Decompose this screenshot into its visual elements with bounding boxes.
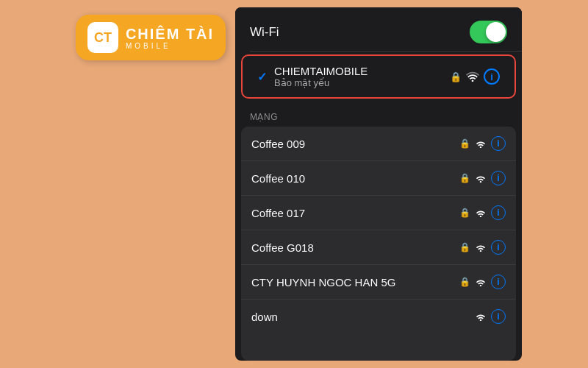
connected-network-name: CHIEMTAIMOBILE	[274, 65, 368, 77]
divider-1	[250, 51, 522, 52]
network-name: CTY HUYNH NGOC HAN 5G	[251, 276, 395, 289]
network-name: Coffee G018	[251, 241, 314, 254]
network-row-icons: 🔒 i	[459, 171, 506, 185]
wifi-icon	[475, 139, 487, 148]
network-name: Coffee 009	[251, 138, 305, 150]
toggle-knob	[486, 22, 506, 42]
lock-icon: 🔒	[459, 277, 470, 287]
info-icon[interactable]: i	[491, 275, 506, 289]
phone-screen: Wi-Fi ✓ CHIEMTAIMOBILE Bảo mật yếu 🔒	[235, 7, 522, 361]
wifi-icon	[475, 243, 487, 252]
connected-network-icons: 🔒 i	[450, 68, 500, 85]
network-name: Coffee 010	[251, 172, 305, 185]
logo-section: CT CHIÊM TÀI MOBILE	[66, 0, 235, 368]
logo-box: CT CHIÊM TÀI MOBILE	[76, 15, 226, 60]
list-item[interactable]: Coffee G018 🔒 i	[241, 230, 516, 265]
wifi-toggle[interactable]	[470, 21, 507, 43]
wifi-icon	[475, 312, 487, 321]
brand-subtitle: MOBILE	[126, 42, 214, 50]
network-name: down	[251, 311, 278, 323]
network-row-icons: i	[475, 309, 506, 324]
app-container: CT CHIÊM TÀI MOBILE Wi-Fi ✓ CHIEMTAIMOBI…	[0, 0, 588, 368]
info-icon[interactable]: i	[491, 171, 506, 185]
network-row-icons: 🔒 i	[459, 240, 506, 255]
network-row-icons: 🔒 i	[459, 275, 506, 289]
list-item[interactable]: Coffee 009 🔒 i	[241, 127, 516, 161]
lock-icon: 🔒	[459, 208, 470, 218]
logo-text: CHIÊM TÀI MOBILE	[126, 26, 214, 50]
checkmark-icon: ✓	[257, 70, 267, 84]
list-item[interactable]: Coffee 010 🔒 i	[241, 161, 516, 196]
wifi-icon	[475, 277, 487, 286]
lock-icon: 🔒	[459, 242, 470, 252]
network-name: Coffee 017	[251, 207, 305, 219]
info-icon[interactable]: i	[491, 205, 506, 220]
network-row-icons: 🔒 i	[459, 205, 506, 220]
list-item[interactable]: Coffee 017 🔒 i	[241, 196, 516, 230]
section-label: MẠNG	[235, 102, 522, 127]
wifi-label: Wi-Fi	[250, 25, 279, 40]
connected-left: ✓ CHIEMTAIMOBILE Bảo mật yếu	[257, 65, 368, 88]
logo-icon: CT	[87, 22, 118, 53]
info-icon[interactable]: i	[491, 240, 506, 255]
info-icon[interactable]: i	[484, 68, 500, 85]
network-list: Coffee 009 🔒 i Coffee 010 🔒	[241, 127, 516, 361]
connected-network-row[interactable]: ✓ CHIEMTAIMOBILE Bảo mật yếu 🔒 i	[241, 54, 516, 99]
lock-icon: 🔒	[459, 173, 470, 183]
network-row-icons: 🔒 i	[459, 136, 506, 151]
info-icon[interactable]: i	[491, 136, 506, 151]
info-icon[interactable]: i	[491, 309, 506, 324]
wifi-icon	[466, 71, 479, 82]
brand-name: CHIÊM TÀI	[126, 26, 214, 42]
wifi-icon	[475, 208, 487, 217]
lock-icon: 🔒	[450, 71, 462, 82]
connected-info: CHIEMTAIMOBILE Bảo mật yếu	[274, 65, 368, 88]
lock-icon: 🔒	[459, 138, 470, 149]
wifi-icon	[475, 174, 487, 183]
list-item[interactable]: CTY HUYNH NGOC HAN 5G 🔒 i	[241, 265, 516, 300]
list-item[interactable]: down i	[241, 300, 516, 333]
connected-network-status: Bảo mật yếu	[274, 77, 368, 88]
wifi-header-row: Wi-Fi	[235, 7, 522, 51]
